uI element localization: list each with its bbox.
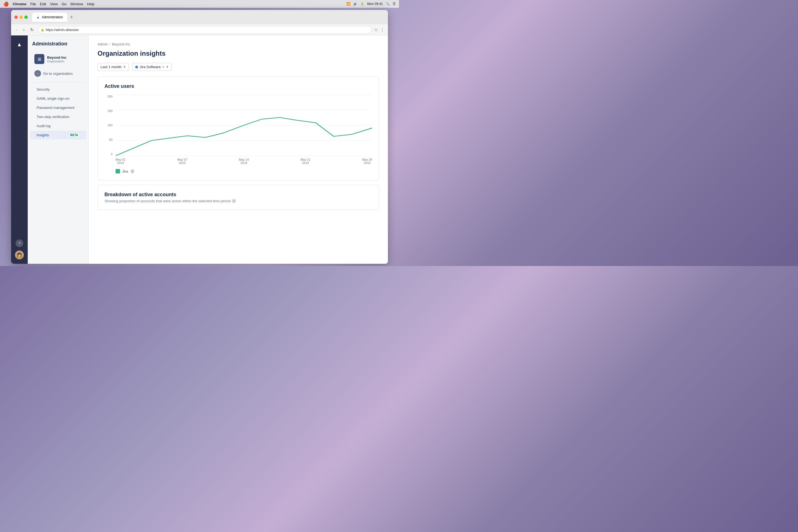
breadcrumb-separator: / bbox=[110, 42, 111, 46]
chart-svg bbox=[116, 95, 372, 156]
x-label-may07: May 07 2019 bbox=[177, 158, 187, 165]
search-icon[interactable]: 🔍 bbox=[386, 2, 390, 6]
expand-arrow-icon: ▼ bbox=[166, 65, 169, 69]
y-axis: 200 150 100 50 0 bbox=[104, 95, 114, 156]
nav-audit[interactable]: Audit log bbox=[30, 122, 86, 130]
apple-logo-icon: 🍎 bbox=[3, 1, 9, 7]
y-label-200: 200 bbox=[108, 95, 113, 98]
period-filter[interactable]: Last 1 month ▼ bbox=[97, 63, 129, 71]
x-label-may28: May 28 2019 bbox=[362, 158, 372, 165]
user-avatar[interactable]: 👩 bbox=[15, 250, 24, 259]
nav-password[interactable]: Password management bbox=[30, 103, 86, 112]
menu-right: 📶 🔊 🔋 Mon 09:41 🔍 ☰ bbox=[346, 2, 396, 6]
filters-row: Last 1 month ▼ Jira Software × ▼ bbox=[97, 63, 379, 71]
nav-two-step[interactable]: Two-step verification bbox=[30, 113, 86, 121]
menu-left: 🍎 Chrome File Edit View Go Window Help bbox=[3, 1, 94, 7]
breadcrumb-current: Beyond Inc bbox=[112, 42, 130, 46]
product-label: Jira Software bbox=[140, 65, 161, 69]
tab-title: Administration bbox=[42, 15, 63, 19]
breakdown-info-icon[interactable]: ℹ bbox=[232, 199, 236, 203]
atlassian-sidebar: ▲ ? 👩 bbox=[11, 36, 28, 264]
x-axis: May 01 2019 May 07 2019 May 14 2019 Ma bbox=[116, 156, 372, 167]
toolbar-icons: ☆ ⋮ bbox=[374, 27, 385, 33]
menu-go[interactable]: Go bbox=[61, 2, 66, 6]
chart-inner bbox=[116, 95, 372, 156]
active-tab[interactable]: ▲ Administration bbox=[32, 13, 67, 22]
legend-label: Jira bbox=[122, 169, 128, 173]
lock-icon: 🔒 bbox=[41, 28, 44, 31]
browser-toolbar: ‹ › ↻ 🔒 https://admin.atlassian ☆ ⋮ bbox=[11, 24, 388, 36]
org-name: Beyond Inc bbox=[47, 55, 66, 60]
menubar: 🍎 Chrome File Edit View Go Window Help 📶… bbox=[0, 0, 399, 8]
x-label-may14: May 14 2019 bbox=[239, 158, 249, 165]
menu-file[interactable]: File bbox=[30, 2, 36, 6]
tab-bar: ▲ Administration + bbox=[32, 13, 385, 22]
beta-badge: BETA bbox=[69, 133, 79, 137]
remove-product-button[interactable]: × bbox=[163, 65, 164, 69]
y-label-0: 0 bbox=[111, 152, 113, 156]
browser-titlebar: ▲ Administration + bbox=[11, 10, 388, 24]
back-button[interactable]: ‹ bbox=[14, 26, 19, 34]
menu-help[interactable]: Help bbox=[87, 2, 94, 6]
menu-view[interactable]: View bbox=[50, 2, 58, 6]
atlassian-logo-icon: ▲ bbox=[15, 40, 24, 49]
page-title: Organization insights bbox=[97, 50, 379, 57]
nav-insights-row: Insights BETA bbox=[37, 133, 79, 137]
go-to-org-link[interactable]: ← Go to organization bbox=[30, 68, 86, 79]
legend-color-jira bbox=[116, 169, 120, 173]
forward-button[interactable]: › bbox=[21, 26, 26, 34]
menu-chrome[interactable]: Chrome bbox=[13, 2, 26, 6]
info-icon[interactable]: ℹ bbox=[130, 169, 135, 173]
main-content: Admin / Beyond Inc Organization insights… bbox=[89, 36, 388, 264]
menu-window[interactable]: Window bbox=[70, 2, 83, 6]
x-label-may21: May 21 2019 bbox=[300, 158, 310, 165]
chart-area: 200 150 100 50 0 bbox=[104, 95, 372, 167]
y-label-50: 50 bbox=[109, 138, 113, 141]
breakdown-card: Breakdown of active accounts Showing pro… bbox=[97, 185, 379, 210]
maximize-button[interactable] bbox=[24, 16, 28, 19]
left-nav: Administration ⊞ Beyond Inc Organization… bbox=[28, 36, 89, 264]
nav-title: Administration bbox=[28, 41, 89, 51]
product-filter[interactable]: Jira Software × ▼ bbox=[132, 63, 172, 71]
minimize-button[interactable] bbox=[19, 16, 23, 19]
active-users-title: Active users bbox=[104, 83, 372, 89]
app-container: ▲ ? 👩 Administration ⊞ Beyond Inc Organi… bbox=[11, 36, 388, 264]
browser-window: ▲ Administration + ‹ › ↻ 🔒 https://admin… bbox=[11, 10, 388, 264]
period-label: Last 1 month bbox=[100, 65, 121, 69]
y-label-150: 150 bbox=[108, 109, 113, 113]
org-text: Beyond Inc Organization bbox=[47, 55, 66, 63]
clock: Mon 09:41 bbox=[367, 2, 383, 6]
org-type: Organization bbox=[47, 60, 66, 63]
chart-legend: Jira ℹ bbox=[104, 169, 372, 173]
breadcrumb-admin[interactable]: Admin bbox=[97, 42, 108, 46]
battery-icon: 🔋 bbox=[360, 2, 364, 6]
go-org-icon: ← bbox=[34, 70, 41, 77]
y-label-100: 100 bbox=[108, 124, 113, 127]
breakdown-subtitle: Showing proportion of accounts that were… bbox=[104, 199, 372, 203]
menu-edit[interactable]: Edit bbox=[40, 2, 46, 6]
sidebar-bottom: ? 👩 bbox=[15, 240, 24, 259]
go-to-org-label: Go to organization bbox=[43, 72, 73, 76]
star-icon[interactable]: ☆ bbox=[374, 27, 378, 33]
x-label-may01: May 01 2019 bbox=[116, 158, 126, 165]
new-tab-button[interactable]: + bbox=[69, 14, 75, 20]
reload-button[interactable]: ↻ bbox=[28, 26, 36, 34]
nav-saml[interactable]: SAML single sign-on bbox=[30, 94, 86, 103]
org-item[interactable]: ⊞ Beyond Inc Organization bbox=[30, 51, 86, 67]
breakdown-title: Breakdown of active accounts bbox=[104, 192, 372, 197]
breadcrumb: Admin / Beyond Inc bbox=[97, 42, 379, 46]
url-text: https://admin.atlassian bbox=[46, 28, 79, 32]
active-users-card: Active users 200 150 100 50 0 bbox=[97, 76, 379, 180]
nav-security[interactable]: Security bbox=[30, 85, 86, 94]
nav-insights-label: Insights bbox=[37, 133, 49, 137]
volume-icon: 🔊 bbox=[353, 2, 358, 6]
close-button[interactable] bbox=[14, 16, 18, 19]
nav-insights[interactable]: Insights BETA bbox=[30, 131, 86, 139]
traffic-lights bbox=[14, 16, 28, 19]
control-icon[interactable]: ☰ bbox=[393, 2, 396, 6]
more-icon[interactable]: ⋮ bbox=[380, 27, 385, 33]
help-button[interactable]: ? bbox=[16, 240, 23, 247]
address-bar[interactable]: 🔒 https://admin.atlassian bbox=[38, 26, 372, 34]
chevron-down-icon: ▼ bbox=[123, 65, 126, 69]
tab-favicon-icon: ▲ bbox=[37, 16, 40, 19]
